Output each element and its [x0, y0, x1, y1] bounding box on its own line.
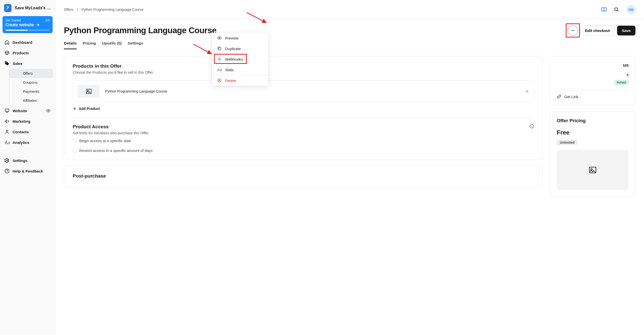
sidebar-item-label: Payments — [23, 90, 39, 94]
sidebar-item-products[interactable]: Products — [2, 48, 53, 58]
sidebar-item-label: Products — [13, 51, 29, 55]
sidebar-item-dashboard[interactable]: Dashboard — [2, 37, 53, 47]
svg-point-7 — [572, 30, 573, 31]
product-name: Python Programming Language Course — [105, 89, 167, 93]
brand-row[interactable]: Save MyLeads's F… — [2, 3, 53, 16]
get-started-progress: 2/4 — [45, 19, 50, 22]
menu-item-delete[interactable]: Delete — [212, 75, 268, 86]
sidebar-item-label: Affiliates — [23, 99, 37, 103]
sidebar-item-settings[interactable]: Settings — [2, 155, 53, 165]
svg-point-8 — [574, 30, 574, 31]
main-area: Offers / Python Programming Language Cou… — [55, 0, 644, 335]
sidebar-item-affiliates[interactable]: Affiliates — [9, 96, 53, 105]
avatar[interactable]: SM — [626, 5, 635, 14]
brand-name: Save MyLeads's F… — [15, 6, 51, 10]
menu-item-label: Stats — [225, 68, 234, 72]
breadcrumb-current: Python Programming Language Course — [82, 8, 144, 12]
menu-item-duplicate[interactable]: Duplicate — [212, 43, 268, 54]
topbar: Offers / Python Programming Language Cou… — [55, 0, 644, 19]
product-row[interactable]: Python Programming Language Course — [73, 80, 534, 102]
more-options-button[interactable] — [568, 25, 578, 35]
sidebar-item-label: Website — [13, 109, 27, 113]
svg-point-5 — [615, 8, 618, 11]
products-card-subtitle: Choose the Products you'd like to sell i… — [73, 70, 534, 74]
info-icon[interactable] — [530, 124, 534, 129]
pricing-card: Offer Pricing Free Unlimited — [550, 111, 635, 197]
gear-icon — [5, 158, 10, 163]
sidebar-item-label: Coupons — [23, 80, 37, 85]
bar-chart-icon — [217, 67, 222, 72]
access-subtitle: Set limits for members who purchase this… — [73, 131, 149, 135]
remove-product-button[interactable] — [525, 90, 529, 93]
svg-rect-16 — [219, 48, 221, 50]
check-label: Begin access at a specific date — [79, 139, 131, 143]
sidebar-item-label: Marketing — [13, 119, 30, 123]
svg-point-2 — [6, 130, 8, 132]
sidebar-item-coupons[interactable]: Coupons — [9, 78, 53, 87]
check-restrict-access[interactable]: Restrict access to a specific amount of … — [73, 148, 534, 153]
menu-item-stats[interactable]: Stats — [212, 64, 268, 75]
sidebar-item-payments[interactable]: Payments — [9, 87, 53, 96]
sidebar-item-offers[interactable]: Offers — [9, 69, 53, 78]
sidebar-item-contacts[interactable]: Contacts — [2, 127, 53, 137]
brand-logo-icon — [4, 4, 12, 12]
status-card-title: us — [557, 62, 629, 68]
menu-item-label: Delete — [225, 78, 236, 83]
check-begin-access[interactable]: Begin access at a specific date — [73, 139, 534, 143]
link-icon — [557, 94, 561, 99]
more-options-menu: Preview Duplicate Webhooks Stats — [212, 32, 269, 86]
get-started-label: Get Started — [6, 19, 21, 22]
checkbox-begin-access[interactable] — [73, 139, 77, 143]
breadcrumb: Offers / Python Programming Language Cou… — [64, 8, 143, 12]
sidebar-item-label: Dashboard — [13, 40, 32, 45]
post-purchase-title: Post-purchase — [73, 173, 534, 179]
tabs: Details Pricing Upsells (0) Settings — [64, 41, 635, 50]
get-started-card[interactable]: Get Started 2/4 Create website — [3, 16, 53, 33]
get-link-button[interactable]: Get Link — [557, 94, 629, 99]
products-card: Products in this Offer Choose the Produc… — [64, 56, 543, 160]
tab-settings[interactable]: Settings — [128, 41, 143, 49]
eye-icon — [46, 108, 51, 113]
eye-icon — [217, 36, 222, 40]
sidebar-item-label: Contacts — [13, 130, 29, 134]
tab-details[interactable]: Details — [64, 41, 77, 49]
pricing-title: Offer Pricing — [557, 118, 629, 123]
tag-icon — [5, 61, 10, 66]
sidebar-item-sales[interactable]: Sales — [2, 58, 53, 68]
check-label: Restrict access to a specific amount of … — [79, 148, 153, 153]
sidebar-item-help[interactable]: Help & Feedback — [2, 166, 53, 176]
arrow-right-icon — [35, 23, 40, 27]
add-product-button[interactable]: Add Product — [73, 107, 534, 111]
menu-item-webhooks[interactable]: Webhooks — [212, 54, 268, 64]
sidebar-item-website[interactable]: Website — [2, 106, 53, 116]
sidebar-item-marketing[interactable]: Marketing — [2, 116, 53, 126]
tab-pricing[interactable]: Pricing — [83, 41, 96, 49]
sidebar-item-label: Offers — [23, 71, 33, 75]
breadcrumb-root[interactable]: Offers — [64, 8, 73, 12]
user-icon — [5, 129, 10, 134]
webhook-icon — [217, 57, 222, 61]
edit-checkout-button[interactable]: Edit checkout — [580, 26, 615, 35]
tab-upsells[interactable]: Upsells (0) — [102, 41, 122, 49]
sidebar-nav: Dashboard Products Sales Offers Coupons … — [2, 37, 53, 176]
sidebar-item-label: Sales — [13, 61, 22, 66]
menu-item-label: Webhooks — [225, 57, 243, 61]
page-title: Python Programming Language Course — [64, 26, 565, 35]
help-icon — [5, 169, 10, 174]
products-card-title: Products in this Offer — [73, 63, 534, 69]
svg-point-11 — [88, 90, 89, 91]
get-started-title: Create website — [6, 23, 34, 27]
svg-point-3 — [7, 160, 8, 161]
content: Python Programming Language Course Edit … — [55, 19, 644, 203]
checkbox-restrict-access[interactable] — [73, 149, 77, 153]
search-icon[interactable] — [614, 7, 619, 12]
status-card: us ft lished Get Link — [550, 56, 635, 105]
book-icon[interactable] — [601, 7, 607, 12]
sidebar-item-analytics[interactable]: Analytics — [2, 137, 53, 147]
add-product-label: Add Product — [79, 107, 100, 111]
sidebar: Save MyLeads's F… Get Started 2/4 Create… — [0, 0, 55, 335]
menu-item-label: Preview — [225, 36, 238, 40]
pricing-value: Free — [557, 129, 629, 136]
menu-item-preview[interactable]: Preview — [212, 33, 268, 43]
save-button[interactable]: Save — [617, 26, 635, 35]
